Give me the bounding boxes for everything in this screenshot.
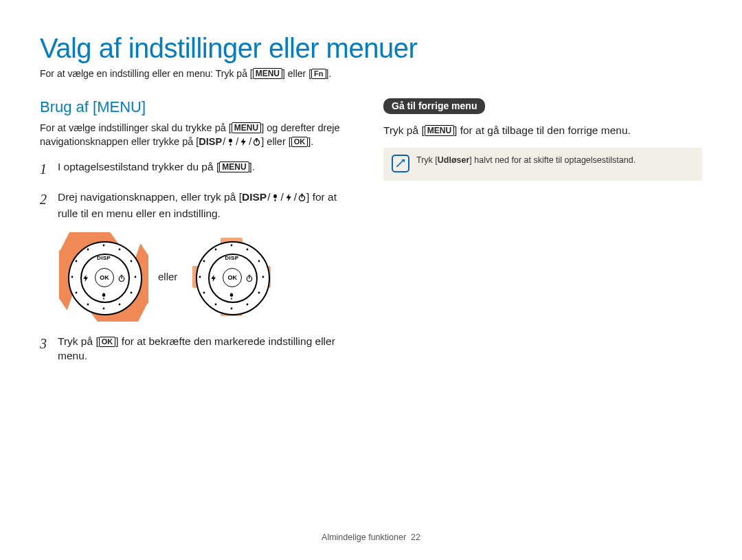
dial-rotate: DISP OK	[59, 232, 148, 322]
svg-point-7	[119, 303, 121, 305]
lp-d: ].	[308, 136, 313, 147]
s1a: I optagelsestilstand trykker du på [	[58, 161, 219, 172]
intro-c: ].	[326, 68, 332, 79]
menu-button-label: MENU	[425, 125, 454, 136]
intro-a: For at vælge en indstilling eller en men…	[40, 68, 253, 79]
intro-text: For at vælge en indstilling eller en men…	[40, 68, 702, 79]
step-number-2: 2	[40, 190, 51, 221]
lp-c: ] eller [	[261, 136, 291, 147]
intro-b: ] eller [	[282, 68, 311, 79]
fn-button-label: Fn	[311, 69, 326, 79]
lp-a: For at vælge indstillinger skal du trykk…	[40, 122, 232, 133]
step-3-text: Tryk på [OK] for at bekræfte den markere…	[58, 334, 359, 363]
svg-point-23	[203, 291, 205, 293]
menu-button-label: MENU	[219, 161, 249, 172]
dial-press: DISP OK	[187, 232, 276, 322]
previous-menu-pill: Gå til forrige menu	[383, 98, 485, 114]
steps-list-cont: 3 Tryk på [OK] for at bekræfte den marke…	[40, 334, 359, 363]
svg-point-8	[103, 307, 105, 309]
s1b: ].	[249, 161, 256, 172]
note-box: Tryk [Udløser] halvt ned for at skifte t…	[383, 148, 702, 181]
svg-point-6	[131, 291, 133, 293]
s2a: Drej navigationsknappen, eller tryk på [	[58, 191, 242, 203]
ok-button-label: OK	[99, 337, 116, 347]
dial-ok-button: OK	[95, 268, 114, 287]
menu-button-label: MENU	[253, 68, 282, 79]
disp-label: DISP	[242, 191, 267, 203]
flash-icon	[239, 137, 248, 150]
svg-point-13	[87, 248, 89, 250]
na: Tryk [	[416, 155, 438, 165]
note-icon	[392, 155, 409, 172]
timer-icon	[117, 273, 126, 281]
dial-top-label: DISP	[97, 255, 111, 261]
svg-point-17	[258, 260, 260, 262]
timer-icon	[245, 273, 254, 281]
svg-point-2	[103, 244, 105, 246]
svg-point-5	[135, 276, 137, 278]
timer-icon	[297, 191, 306, 206]
svg-point-19	[258, 291, 260, 293]
macro-icon	[226, 137, 235, 150]
right-column: Gå til forrige menu Tryk på [MENU] for a…	[383, 98, 702, 374]
ok-button-label: OK	[291, 137, 308, 147]
left-column: Brug af [MENU] For at vælge indstillinge…	[40, 98, 359, 374]
page-footer: Almindelige funktioner 22	[0, 533, 742, 542]
svg-point-20	[247, 303, 249, 305]
flash-icon	[82, 273, 90, 281]
svg-point-25	[203, 260, 205, 262]
svg-point-16	[247, 248, 249, 250]
svg-point-24	[199, 276, 201, 278]
macro-icon	[271, 191, 280, 206]
svg-point-4	[131, 260, 133, 262]
macro-icon	[100, 291, 108, 299]
step-1-text: I optagelsestilstand trykker du på [MENU…	[58, 159, 255, 179]
svg-point-22	[215, 303, 217, 305]
nb: ] halvt ned for at skifte til optagelses…	[469, 155, 636, 165]
dial-top-label: DISP	[225, 255, 238, 261]
left-paragraph: For at vælge indstillinger skal du trykk…	[40, 122, 359, 150]
s3a: Tryk på [	[58, 335, 99, 347]
right-paragraph: Tryk på [MENU] for at gå tilbage til den…	[383, 124, 702, 138]
flash-icon	[210, 273, 218, 281]
svg-point-12	[76, 260, 78, 262]
svg-point-3	[119, 248, 121, 250]
or-label: eller	[158, 271, 177, 282]
rp-a: Tryk på [	[383, 124, 425, 136]
step-number-3: 3	[40, 334, 51, 363]
rp-b: ] for at gå tilbage til den forrige menu…	[454, 124, 631, 136]
flash-icon	[284, 191, 293, 206]
svg-point-21	[231, 307, 233, 309]
macro-icon	[227, 291, 236, 299]
step-2-text: Drej navigationsknappen, eller tryk på […	[58, 190, 359, 221]
navigation-dials-figure: DISP OK eller	[59, 232, 359, 322]
svg-point-10	[76, 291, 78, 293]
svg-point-9	[87, 303, 89, 305]
footer-section: Almindelige funktioner	[322, 533, 406, 542]
note-text: Tryk [Udløser] halvt ned for at skifte t…	[416, 155, 636, 166]
svg-point-11	[71, 276, 74, 278]
svg-point-15	[231, 244, 233, 246]
footer-page-number: 22	[411, 533, 420, 542]
disp-label: DISP	[199, 136, 222, 147]
timer-icon	[252, 137, 261, 150]
steps-list: 1 I optagelsestilstand trykker du på [ME…	[40, 159, 359, 221]
svg-point-18	[262, 276, 265, 278]
svg-point-26	[215, 248, 217, 250]
menu-button-label: MENU	[232, 122, 261, 133]
step-number-1: 1	[40, 159, 51, 179]
dial-ok-button: OK	[223, 268, 242, 287]
page-title: Valg af indstillinger eller menuer	[40, 33, 702, 64]
section-heading-left: Brug af [MENU]	[40, 98, 359, 116]
shutter-label: Udløser	[438, 155, 470, 165]
